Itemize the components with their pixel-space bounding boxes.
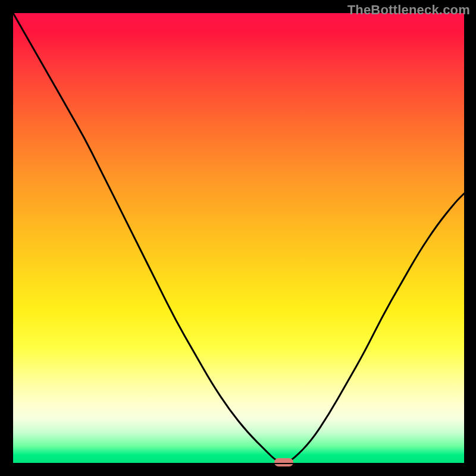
bottleneck-curve: [13, 13, 464, 464]
watermark-text: TheBottleneck.com: [347, 2, 470, 18]
chart-frame: TheBottleneck.com: [0, 0, 476, 476]
optimal-marker: [274, 458, 293, 466]
plot-area: [13, 13, 464, 464]
x-axis-line: [13, 463, 464, 464]
